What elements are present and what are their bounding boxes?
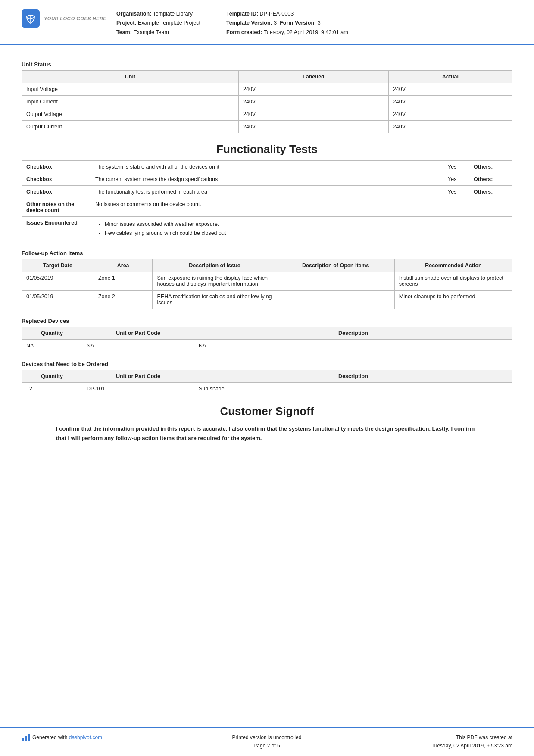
func-label: Checkbox — [22, 160, 91, 173]
order-cell: 12 — [22, 383, 82, 395]
func-description: The current system meets the design spec… — [91, 173, 443, 185]
unit-status-table: Unit Labelled Actual Input Voltage240V24… — [22, 70, 512, 133]
replaced-cell: NA — [82, 340, 194, 352]
replaced-row: NANANA — [22, 340, 512, 352]
project-value: Example Template Project — [138, 20, 200, 26]
followup-col-header: Recommended Action — [394, 259, 512, 272]
footer-right-line2: Tuesday, 02 April 2019, 9:53:23 am — [431, 742, 512, 750]
followup-row: 01/05/2019Zone 2EEHA rectification for c… — [22, 291, 512, 309]
header: YOUR LOGO GOES HERE Organisation: Templa… — [0, 0, 534, 45]
followup-row: 01/05/2019Zone 1Sun exposure is ruining … — [22, 272, 512, 291]
func-label: Issues Encountered — [22, 216, 91, 241]
template-version-label: Template Version: — [226, 20, 272, 26]
footer-center-line2: Page 2 of 5 — [232, 742, 302, 750]
footer-right: This PDF was created at Tuesday, 02 Apri… — [431, 734, 512, 750]
footer-center: Printed version is uncontrolled Page 2 o… — [232, 734, 302, 750]
table-cell: 240V — [238, 83, 388, 95]
table-cell: 240V — [388, 108, 512, 120]
functionality-heading: Functionality Tests — [22, 143, 512, 156]
func-value: Yes — [443, 173, 469, 185]
followup-cell: 01/05/2019 — [22, 291, 94, 309]
table-row: Input Current240V240V — [22, 95, 512, 108]
unit-status-title: Unit Status — [22, 61, 512, 68]
table-cell: 240V — [388, 120, 512, 133]
order-col-header: Description — [194, 370, 512, 383]
form-created-value: Tuesday, 02 April 2019, 9:43:01 am — [264, 29, 348, 35]
table-cell: Output Current — [22, 120, 239, 133]
followup-cell: Zone 2 — [94, 291, 153, 309]
func-label: Other notes on the device count — [22, 198, 91, 216]
replaced-devices-table: QuantityUnit or Part CodeDescription NAN… — [22, 327, 512, 352]
func-test-row: CheckboxThe current system meets the des… — [22, 173, 512, 185]
footer-brand: Generated with dashpivot.com — [32, 734, 102, 740]
order-col-header: Quantity — [22, 370, 82, 383]
followup-cell: Install sun shade over all displays to p… — [394, 272, 512, 291]
template-id-label: Template ID: — [226, 11, 258, 17]
table-cell: 240V — [388, 83, 512, 95]
func-others — [469, 216, 512, 241]
template-id-value: DP-PEA-0003 — [260, 11, 294, 17]
followup-cell — [277, 272, 394, 291]
table-row: Output Current240V240V — [22, 120, 512, 133]
func-test-row: Other notes on the device countNo issues… — [22, 198, 512, 216]
footer-logo-bars — [22, 734, 30, 741]
func-description: Minor issues associated with weather exp… — [91, 216, 443, 241]
func-value: Yes — [443, 185, 469, 198]
form-version-label: Form Version: — [280, 20, 316, 26]
functionality-tests-table: CheckboxThe system is stable and with al… — [22, 160, 512, 242]
order-cell: Sun shade — [194, 383, 512, 395]
footer-left: Generated with dashpivot.com — [22, 734, 102, 741]
table-cell: 240V — [238, 120, 388, 133]
table-cell: Input Current — [22, 95, 239, 108]
header-col-left: Organisation: Template Library Project: … — [116, 9, 200, 37]
followup-title: Follow-up Action Items — [22, 250, 512, 256]
table-cell: 240V — [238, 108, 388, 120]
actual-col-header: Actual — [388, 70, 512, 83]
func-value: Yes — [443, 160, 469, 173]
func-others: Others: — [469, 160, 512, 173]
followup-col-header: Target Date — [22, 259, 94, 272]
followup-cell: 01/05/2019 — [22, 272, 94, 291]
table-cell: Input Voltage — [22, 83, 239, 95]
table-cell: 240V — [238, 95, 388, 108]
func-test-row: CheckboxThe system is stable and with al… — [22, 160, 512, 173]
followup-cell: EEHA rectification for cables and other … — [153, 291, 277, 309]
table-row: Output Voltage240V240V — [22, 108, 512, 120]
project-label: Project: — [116, 20, 137, 26]
form-version-value: 3 — [318, 20, 321, 26]
order-row: 12DP-101Sun shade — [22, 383, 512, 395]
replaced-col-header: Description — [194, 327, 512, 340]
unit-col-header: Unit — [22, 70, 239, 83]
followup-table: Target DateAreaDescription of IssueDescr… — [22, 259, 512, 309]
header-col-right: Template ID: DP-PEA-0003 Template Versio… — [226, 9, 348, 37]
page: YOUR LOGO GOES HERE Organisation: Templa… — [0, 0, 534, 756]
followup-cell: Zone 1 — [94, 272, 153, 291]
followup-cell: Minor cleanups to be performed — [394, 291, 512, 309]
brand-link[interactable]: dashpivot.com — [69, 734, 102, 740]
header-meta: Organisation: Template Library Project: … — [116, 9, 512, 37]
func-label: Checkbox — [22, 185, 91, 198]
followup-cell: Sun exposure is ruining the display face… — [153, 272, 277, 291]
replaced-col-header: Quantity — [22, 327, 82, 340]
devices-to-order-title: Devices that Need to be Ordered — [22, 361, 512, 367]
template-version-value: 3 — [274, 20, 277, 26]
signoff-heading: Customer Signoff — [22, 405, 512, 418]
logo-icon — [22, 9, 40, 28]
func-test-row: Issues EncounteredMinor issues associate… — [22, 216, 512, 241]
generated-text: Generated with — [32, 734, 67, 740]
table-cell: Output Voltage — [22, 108, 239, 120]
func-others: Others: — [469, 185, 512, 198]
func-label: Checkbox — [22, 173, 91, 185]
labelled-col-header: Labelled — [238, 70, 388, 83]
footer: Generated with dashpivot.com Printed ver… — [0, 727, 534, 756]
followup-cell — [277, 291, 394, 309]
followup-col-header: Description of Open Items — [277, 259, 394, 272]
order-cell: DP-101 — [82, 383, 194, 395]
devices-to-order-table: QuantityUnit or Part CodeDescription 12D… — [22, 370, 512, 395]
func-description: No issues or comments on the device coun… — [91, 198, 443, 216]
replaced-cell: NA — [194, 340, 512, 352]
replaced-col-header: Unit or Part Code — [82, 327, 194, 340]
func-test-row: CheckboxThe functionality test is perfor… — [22, 185, 512, 198]
order-col-header: Unit or Part Code — [82, 370, 194, 383]
footer-logo: Generated with dashpivot.com — [22, 734, 102, 741]
